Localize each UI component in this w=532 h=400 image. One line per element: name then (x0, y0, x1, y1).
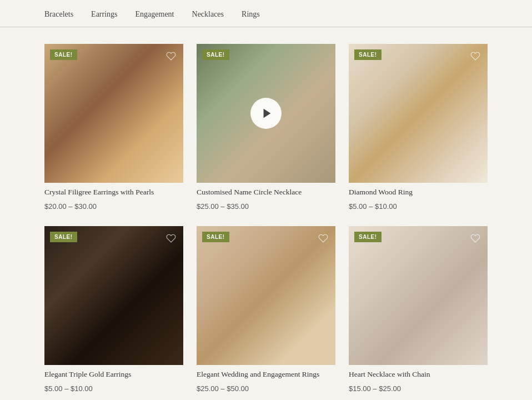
category-nav: BraceletsEarringsEngagementNecklacesRing… (0, 0, 532, 27)
wishlist-icon[interactable] (164, 232, 178, 245)
product-name: Crystal Filigree Earrings with Pearls (44, 187, 183, 198)
wishlist-icon[interactable] (469, 49, 482, 63)
product-name: Diamond Wood Ring (349, 187, 488, 198)
play-button[interactable] (250, 98, 282, 129)
sale-badge: SALE! (50, 232, 77, 242)
product-price: $5.00 – $10.00 (349, 202, 488, 211)
product-card: SALE!Elegant Wedding and Engagement Ring… (197, 226, 335, 393)
product-card: SALE!Diamond Wood Ring$5.00 – $10.00 (349, 44, 488, 211)
product-card: SALE!Heart Necklace with Chain$15.00 – $… (349, 226, 488, 393)
product-price: $20.00 – $30.00 (44, 202, 183, 211)
nav-item-engagement[interactable]: Engagement (135, 10, 174, 27)
wishlist-icon[interactable] (469, 232, 482, 245)
sale-badge: SALE! (202, 232, 229, 242)
product-price: $5.00 – $10.00 (44, 384, 183, 393)
product-card: SALE!Crystal Filigree Earrings with Pear… (44, 44, 183, 211)
product-price: $15.00 – $25.00 (349, 384, 488, 393)
product-name: Elegant Wedding and Engagement Rings (197, 369, 335, 380)
product-card: SALE!Elegant Triple Gold Earrings$5.00 –… (44, 226, 183, 393)
product-name: Customised Name Circle Necklace (197, 187, 335, 198)
product-name: Heart Necklace with Chain (349, 369, 488, 380)
svg-marker-0 (263, 109, 270, 118)
product-image-p1[interactable]: SALE! (44, 44, 183, 183)
product-image-p6[interactable]: SALE! (349, 226, 488, 365)
nav-item-rings[interactable]: Rings (242, 10, 260, 27)
product-card: SALE!Customised Name Circle Necklace$25.… (197, 44, 335, 211)
sale-badge: SALE! (354, 49, 382, 60)
product-grid: SALE!Crystal Filigree Earrings with Pear… (0, 27, 532, 400)
product-price: $25.00 – $35.00 (197, 202, 335, 211)
product-name: Elegant Triple Gold Earrings (44, 369, 183, 380)
wishlist-icon[interactable] (164, 49, 178, 63)
sale-badge: SALE! (202, 49, 229, 60)
product-image-p2[interactable]: SALE! (197, 44, 335, 183)
nav-item-bracelets[interactable]: Bracelets (44, 10, 73, 27)
product-image-p3[interactable]: SALE! (349, 44, 488, 183)
product-price: $25.00 – $50.00 (197, 384, 335, 393)
product-image-p4[interactable]: SALE! (44, 226, 183, 365)
nav-item-earrings[interactable]: Earrings (91, 10, 117, 27)
sale-badge: SALE! (354, 232, 382, 242)
sale-badge: SALE! (50, 49, 77, 60)
nav-item-necklaces[interactable]: Necklaces (192, 10, 224, 27)
wishlist-icon[interactable] (317, 232, 330, 245)
product-image-p5[interactable]: SALE! (197, 226, 335, 365)
